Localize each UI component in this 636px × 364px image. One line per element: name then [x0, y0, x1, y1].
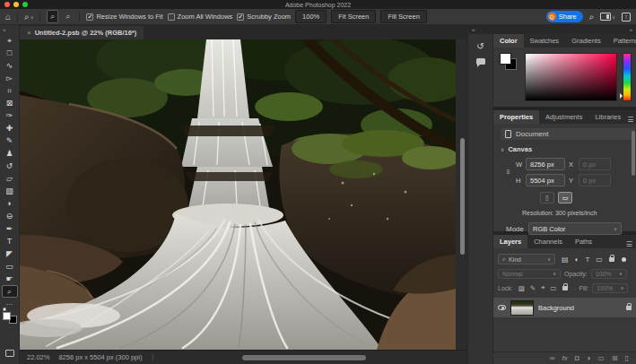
document-tab[interactable]: × Untitled-2.psb @ 22% (RGB/16*): [20, 26, 144, 39]
tab-adjustments[interactable]: Adjustments: [539, 110, 588, 124]
healing-brush-tool[interactable]: ✚: [2, 122, 18, 134]
move-tool[interactable]: ⌖: [2, 34, 18, 47]
x-field[interactable]: 0 px: [579, 158, 611, 170]
status-chevron-icon[interactable]: 〉: [151, 353, 158, 362]
adjustment-layer-icon[interactable]: ◑: [586, 354, 590, 362]
toolbar-collapse-icon[interactable]: »: [0, 25, 8, 34]
fill-select[interactable]: 100% ∨: [592, 283, 628, 293]
crop-tool[interactable]: ⌗: [2, 84, 18, 97]
version-history-panel-icon[interactable]: ↺: [476, 41, 484, 51]
lock-artboard-icon[interactable]: ▭: [550, 284, 556, 292]
zoom-100-button[interactable]: 100%: [295, 10, 327, 23]
filter-shape-layers-icon[interactable]: ▭: [596, 256, 603, 264]
link-layers-icon[interactable]: ∞: [550, 354, 555, 362]
scrubby-zoom-checkbox[interactable]: ✓: [237, 13, 244, 21]
lock-image-pixels-icon[interactable]: ✎: [530, 284, 536, 292]
zoom-tool[interactable]: ⌕: [2, 285, 18, 298]
share-button[interactable]: Q Share: [546, 11, 583, 22]
filter-pixel-layers-icon[interactable]: ▤: [562, 256, 569, 264]
hand-tool[interactable]: ☛: [2, 273, 18, 285]
vertical-scrollbar[interactable]: [460, 138, 465, 255]
layer-visibility-eye-icon[interactable]: [498, 305, 506, 310]
scrubby-zoom-checkbox-group[interactable]: ✓ Scrubby Zoom: [237, 13, 291, 21]
tab-channels[interactable]: Channels: [527, 235, 569, 248]
color-picker-cursor[interactable]: [527, 55, 531, 59]
tab-patterns[interactable]: Patterns: [607, 34, 636, 48]
filter-type-layers-icon[interactable]: T: [585, 256, 589, 264]
lasso-tool[interactable]: ∿: [2, 59, 18, 72]
rectangle-tool[interactable]: ▭: [2, 260, 18, 273]
landscape-orientation-button[interactable]: ▭: [558, 192, 572, 204]
panel-menu-icon[interactable]: ☰: [626, 240, 636, 248]
path-selection-tool[interactable]: ◤: [2, 247, 18, 260]
foreground-color-swatch[interactable]: [500, 53, 511, 65]
foreground-color-chip[interactable]: [3, 312, 11, 320]
fit-screen-button[interactable]: Fit Screen: [331, 10, 376, 23]
filter-kind-select[interactable]: ⌕ Kind ∨: [498, 254, 555, 264]
frame-tool[interactable]: ⊠: [2, 97, 18, 109]
zoom-out-button[interactable]: ⌕: [63, 11, 73, 22]
object-selection-tool[interactable]: ▻: [2, 72, 18, 84]
comments-panel-icon[interactable]: [476, 58, 485, 65]
type-tool[interactable]: T: [2, 235, 18, 247]
marquee-tool[interactable]: □: [2, 47, 18, 59]
blur-tool[interactable]: ◗: [2, 197, 18, 210]
search-icon[interactable]: ⌕: [589, 13, 595, 22]
tab-layers[interactable]: Layers: [493, 235, 527, 248]
resize-windows-checkbox[interactable]: ✓: [86, 13, 93, 21]
layer-effects-icon[interactable]: fx: [562, 354, 567, 362]
portrait-orientation-button[interactable]: ▯: [540, 192, 554, 204]
zoom-in-button[interactable]: ⌕: [47, 10, 58, 23]
horizontal-scrollbar[interactable]: [242, 355, 366, 360]
lock-all-icon[interactable]: [562, 286, 568, 290]
blend-mode-select[interactable]: Normal ∨: [498, 269, 561, 279]
hue-slider-cursor[interactable]: [620, 93, 625, 99]
saturation-brightness-field[interactable]: [525, 53, 617, 101]
layer-row-background[interactable]: Background: [493, 298, 636, 317]
layer-mask-icon[interactable]: ◘: [575, 354, 579, 362]
tab-gradients[interactable]: Gradients: [565, 34, 607, 48]
canvas-viewport[interactable]: [20, 39, 467, 350]
filter-adjustment-layers-icon[interactable]: ◐: [575, 256, 579, 264]
canvas-section-header[interactable]: ∨ Canvas: [501, 145, 631, 153]
zoom-level[interactable]: 22.02%: [27, 353, 49, 361]
home-icon[interactable]: ⌂: [5, 13, 11, 22]
dodge-tool[interactable]: ⊖: [2, 210, 18, 222]
width-field[interactable]: 8256 px: [526, 158, 565, 170]
tab-libraries[interactable]: Libraries: [588, 110, 627, 124]
zoom-all-windows-checkbox-group[interactable]: Zoom All Windows: [168, 13, 233, 21]
default-colors-icon[interactable]: [3, 308, 6, 311]
tab-paths[interactable]: Paths: [569, 235, 598, 248]
workspace-switcher[interactable]: ∨: [600, 13, 615, 21]
hue-slider[interactable]: [623, 53, 632, 101]
zoom-tool-preset[interactable]: ⌕ ∨: [24, 13, 33, 22]
opacity-select[interactable]: 100% ∨: [591, 269, 627, 279]
color-mode-select[interactable]: RGB Color ∨: [528, 222, 622, 235]
panel-menu-icon[interactable]: ☰: [627, 116, 636, 124]
pen-tool[interactable]: ✒: [2, 222, 18, 235]
edit-toolbar-icon[interactable]: …: [6, 299, 13, 307]
collapse-panels-icon[interactable]: «: [472, 27, 475, 32]
eraser-tool[interactable]: ▱: [2, 172, 18, 185]
fill-screen-button[interactable]: Fill Screen: [380, 10, 426, 23]
screen-mode-icon[interactable]: [5, 350, 14, 357]
tab-color[interactable]: Color: [493, 34, 524, 48]
lock-transparent-pixels-icon[interactable]: ▨: [518, 284, 525, 292]
tab-properties[interactable]: Properties: [493, 110, 539, 124]
filter-smart-objects-icon[interactable]: [609, 257, 614, 262]
color-panel-swatches[interactable]: [500, 53, 519, 73]
new-layer-icon[interactable]: ⊞: [612, 354, 618, 362]
foreground-background-colors[interactable]: [3, 309, 17, 324]
clone-stamp-tool[interactable]: ♟: [2, 147, 18, 160]
delete-layer-icon[interactable]: ▯: [625, 354, 629, 362]
export-share-icon[interactable]: ↑: [622, 13, 631, 22]
resize-windows-checkbox-group[interactable]: ✓ Resize Windows to Fit: [86, 13, 162, 21]
tab-swatches[interactable]: Swatches: [524, 34, 566, 48]
lock-position-icon[interactable]: ⌖: [541, 283, 545, 292]
layer-thumbnail[interactable]: [510, 300, 534, 316]
history-brush-tool[interactable]: ↺: [2, 160, 18, 172]
eyedropper-tool[interactable]: ✑: [2, 109, 18, 122]
brush-tool[interactable]: ✎: [2, 134, 18, 147]
height-field[interactable]: 5504 px: [526, 174, 565, 186]
expand-panels-icon[interactable]: »: [630, 27, 632, 32]
